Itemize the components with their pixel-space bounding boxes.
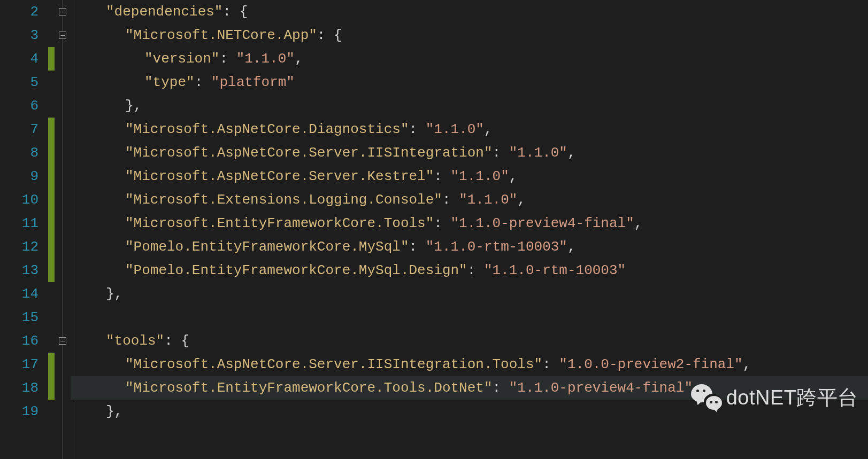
fold-toggle-icon[interactable]: [59, 8, 66, 15]
code-line[interactable]: "version": "1.1.0",: [71, 47, 868, 71]
code-token: "1.1.0": [459, 192, 517, 208]
code-token: "Microsoft.EntityFrameworkCore.Tools": [125, 215, 434, 231]
code-line[interactable]: "Microsoft.Extensions.Logging.Console": …: [71, 188, 868, 212]
line-number: 8: [0, 141, 39, 165]
code-line[interactable]: "tools": {: [71, 329, 868, 353]
code-token: :: [409, 121, 426, 137]
code-line[interactable]: "Microsoft.AspNetCore.Diagnostics": "1.1…: [71, 118, 868, 141]
code-line[interactable]: "Microsoft.AspNetCore.Server.IISIntegrat…: [71, 141, 868, 165]
code-line[interactable]: "type": "platform": [71, 71, 868, 94]
code-token: "type": [144, 74, 195, 90]
line-number: 12: [0, 235, 39, 259]
code-line[interactable]: "Pomelo.EntityFrameworkCore.MySql": "1.1…: [71, 235, 868, 259]
code-token: "1.1.0-rtm-10003": [426, 239, 567, 255]
line-number-gutter: 2345678910111213141516171819: [0, 0, 48, 459]
code-token: ,: [509, 168, 518, 184]
line-number: 2: [0, 0, 39, 24]
code-token: : {: [317, 27, 342, 43]
line-number: 19: [0, 400, 39, 423]
code-token: "1.1.0": [236, 51, 295, 67]
code-line[interactable]: "Microsoft.EntityFrameworkCore.Tools.Dot…: [71, 376, 868, 400]
change-marker: [48, 118, 55, 141]
code-token: : {: [164, 333, 189, 349]
line-number: 6: [0, 94, 39, 118]
code-line[interactable]: [71, 306, 868, 329]
code-token: ,: [295, 51, 303, 67]
code-line[interactable]: "Microsoft.NETCore.App": {: [71, 24, 868, 47]
change-marker: [48, 212, 55, 235]
code-line[interactable]: "Microsoft.AspNetCore.Server.IISIntegrat…: [71, 353, 868, 376]
code-line[interactable]: },: [71, 94, 868, 118]
line-number: 17: [0, 353, 39, 376]
change-marker: [48, 282, 55, 306]
code-token: :: [195, 74, 211, 90]
code-token: :: [493, 145, 509, 161]
code-token: "Microsoft.AspNetCore.Server.IISIntegrat…: [125, 356, 542, 372]
line-number: 9: [0, 165, 39, 188]
code-token: "1.1.0-preview4-final": [509, 380, 693, 396]
code-token: "dependencies": [106, 4, 222, 20]
line-number: 10: [0, 188, 39, 212]
change-marker: [48, 400, 55, 423]
code-token: "Microsoft.EntityFrameworkCore.Tools.Dot…: [125, 380, 493, 396]
code-token: :: [493, 380, 509, 396]
change-marker: [48, 306, 55, 329]
code-token: "1.1.0": [426, 121, 484, 137]
line-number: 15: [0, 306, 39, 329]
change-marker: [48, 0, 55, 24]
change-marker: [48, 188, 55, 212]
code-token: "1.1.0-rtm-10003": [484, 262, 626, 278]
code-token: ,: [484, 121, 493, 137]
line-number: 5: [0, 71, 39, 94]
line-number: 16: [0, 329, 39, 353]
change-marker: [48, 259, 55, 282]
code-line[interactable]: "Pomelo.EntityFrameworkCore.MySql.Design…: [71, 259, 868, 282]
code-token: "platform": [211, 74, 295, 90]
code-token: "1.1.0": [509, 145, 567, 161]
fold-toggle-icon[interactable]: [59, 337, 66, 345]
code-token: ,: [743, 356, 751, 372]
code-line[interactable]: "dependencies": {: [71, 0, 868, 24]
change-marker: [48, 47, 55, 71]
line-number: 14: [0, 282, 39, 306]
code-token: "Microsoft.AspNetCore.Server.IISIntegrat…: [125, 145, 493, 161]
code-token: "Pomelo.EntityFrameworkCore.MySql.Design…: [125, 262, 467, 278]
change-marker: [48, 141, 55, 165]
code-token: :: [219, 51, 236, 67]
line-number: 11: [0, 212, 39, 235]
code-line[interactable]: "Microsoft.EntityFrameworkCore.Tools": "…: [71, 212, 868, 235]
code-token: :: [542, 356, 559, 372]
code-token: : {: [222, 4, 248, 20]
code-token: "tools": [106, 333, 164, 349]
code-line[interactable]: },: [71, 400, 868, 423]
code-line[interactable]: "Microsoft.AspNetCore.Server.Kestrel": "…: [71, 165, 868, 188]
change-marker: [48, 24, 55, 47]
change-marker: [48, 353, 55, 376]
change-marker: [48, 235, 55, 259]
code-token: },: [106, 403, 122, 419]
code-token: },: [106, 286, 122, 302]
code-token: ,: [517, 192, 526, 208]
fold-toggle-icon[interactable]: [59, 32, 66, 39]
line-number: 13: [0, 259, 39, 282]
code-token: "Microsoft.NETCore.App": [125, 27, 317, 43]
code-token: :: [434, 168, 450, 184]
code-token: :: [467, 262, 484, 278]
code-token: "version": [144, 51, 219, 67]
code-token: :: [442, 192, 459, 208]
code-token: "Microsoft.Extensions.Logging.Console": [125, 192, 442, 208]
change-marker: [48, 94, 55, 118]
line-number: 18: [0, 376, 39, 400]
change-marker: [48, 376, 55, 400]
code-token: "Microsoft.AspNetCore.Server.Kestrel": [125, 168, 434, 184]
line-number: 3: [0, 24, 39, 47]
code-editor[interactable]: 2345678910111213141516171819 "dependenci…: [0, 0, 868, 459]
code-area[interactable]: "dependencies": {"Microsoft.NETCore.App"…: [71, 0, 868, 459]
code-token: },: [125, 98, 142, 114]
change-marker: [48, 165, 55, 188]
code-token: :: [409, 239, 426, 255]
code-token: "1.1.0": [451, 168, 509, 184]
fold-gutter: [55, 0, 71, 459]
code-line[interactable]: },: [71, 282, 868, 306]
code-token: "1.0.0-preview2-final": [559, 356, 742, 372]
